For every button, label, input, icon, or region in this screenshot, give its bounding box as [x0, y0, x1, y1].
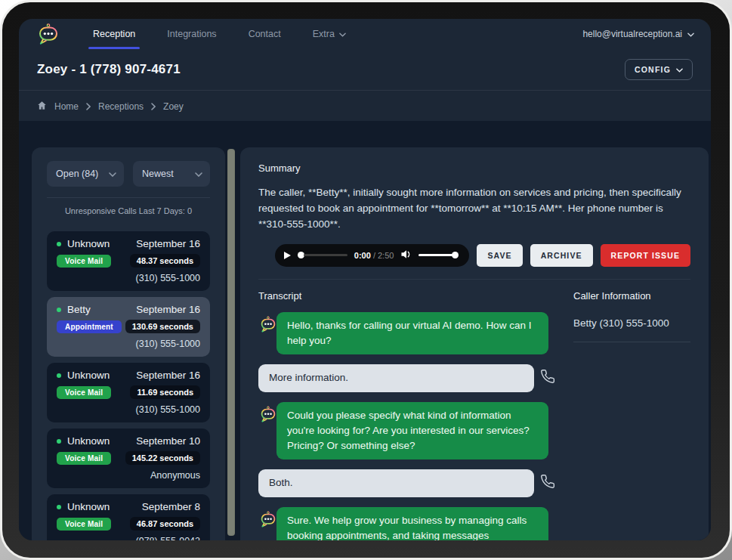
call-list-item[interactable]: Unknown September 10 Voice Mail 145.22 s…: [47, 429, 210, 488]
status-dot-icon: [57, 373, 61, 378]
config-button[interactable]: CONFIG: [625, 59, 693, 80]
breadcrumb-receptions[interactable]: Receptions: [98, 101, 144, 112]
call-caller-name: Betty: [67, 304, 91, 315]
call-type-badge: Appointment: [57, 320, 122, 333]
breadcrumb-home[interactable]: Home: [54, 101, 79, 112]
audio-progress-slider[interactable]: [298, 252, 347, 258]
transcript-column: Transcript: [258, 290, 557, 540]
call-filters: Open (84) Newest: [47, 161, 210, 187]
content-divider: [258, 279, 690, 280]
call-list-item-selected[interactable]: Betty September 16 Appointment 130.69 se…: [47, 297, 210, 357]
call-phone: (978) 555-9042: [136, 536, 200, 540]
nav-tab-reception[interactable]: Reception: [93, 19, 135, 49]
call-list-item[interactable]: Unknown September 16 Voice Mail 11.69 se…: [47, 363, 210, 422]
call-date: September 8: [142, 501, 200, 512]
chevron-right-icon: [86, 103, 91, 110]
call-duration: 46.87 seconds: [130, 517, 200, 531]
call-list-scrollbar[interactable]: [227, 149, 235, 536]
call-type-badge: Voice Mail: [57, 255, 111, 268]
summary-title: Summary: [258, 162, 690, 174]
unresponsive-calls-note: Unresponsive Calls Last 7 Days: 0: [47, 206, 210, 215]
call-phone: (310) 555-1000: [136, 404, 200, 415]
summary-text: The caller, **Betty**, initially sought …: [258, 185, 690, 233]
phone-icon: [540, 369, 557, 387]
nav-tab-label: Integrations: [167, 29, 216, 39]
call-caller-name: Unknown: [67, 370, 110, 381]
nav-tab-label: Contact: [249, 29, 281, 39]
call-type-badge: Voice Mail: [57, 518, 111, 531]
status-filter-value: Open (84): [56, 169, 98, 179]
play-icon[interactable]: [284, 252, 291, 259]
breadcrumb-zoey[interactable]: Zoey: [163, 101, 184, 112]
chevron-down-icon: [195, 169, 202, 179]
nav-tab-label: Reception: [93, 29, 135, 39]
transcript-messages: Hello, thanks for calling our virtual AI…: [258, 312, 557, 540]
report-issue-button[interactable]: REPORT ISSUE: [601, 244, 690, 267]
status-dot-icon: [57, 308, 61, 312]
call-duration: 145.22 seconds: [125, 451, 200, 465]
active-tab-underline: [88, 47, 140, 49]
bot-avatar-icon: [258, 404, 278, 427]
call-list-item[interactable]: Unknown September 8 Voice Mail 46.87 sec…: [47, 494, 210, 540]
phone-icon: [540, 474, 557, 492]
call-caller-name: Unknown: [67, 501, 110, 512]
page-title: Zoey - 1 (778) 907-4671: [37, 62, 181, 77]
transcript-title: Transcript: [258, 290, 557, 302]
top-navbar: Reception Integrations Contact Extra hel…: [19, 19, 711, 49]
caller-info-value: Betty (310) 555-1000: [573, 317, 690, 329]
nav-tab-contact[interactable]: Contact: [249, 19, 281, 49]
call-detail-panel: Summary The caller, **Betty**, initially…: [240, 147, 709, 540]
page-background: Reception Integrations Contact Extra hel…: [0, 0, 732, 560]
status-dot-icon: [57, 505, 61, 509]
call-duration: 48.37 seconds: [130, 254, 200, 268]
call-phone: (310) 555-1000: [136, 273, 200, 283]
nav-tab-integrations[interactable]: Integrations: [167, 19, 216, 49]
call-date: September 10: [136, 435, 200, 447]
status-dot-icon: [57, 439, 61, 444]
bot-message-bubble: Could you please specify what kind of in…: [276, 402, 548, 460]
call-phone: (310) 555-1000: [136, 339, 200, 349]
call-date: September 16: [136, 304, 200, 315]
speaker-icon[interactable]: [400, 249, 412, 262]
call-list-panel: Open (84) Newest Unresponsive Calls Last…: [32, 147, 225, 540]
title-bar: Zoey - 1 (778) 907-4671 CONFIG: [19, 49, 711, 91]
bot-avatar-icon: [258, 509, 278, 532]
nav-tab-extra[interactable]: Extra: [313, 19, 346, 49]
call-list: Unknown September 16 Voice Mail 48.37 se…: [47, 231, 210, 540]
archive-button[interactable]: ARCHIVE: [530, 244, 593, 267]
tablet-frame: Reception Integrations Contact Extra hel…: [0, 0, 732, 560]
nav-tabs: Reception Integrations Contact Extra: [93, 19, 346, 49]
caller-info-column: Caller Information Betty (310) 555-1000: [573, 290, 690, 540]
save-button[interactable]: SAVE: [477, 244, 522, 267]
player-actions-row: 0:00 / 2:50 SAVE ARCHIVE REPORT ISSUE: [258, 244, 690, 267]
call-phone: Anonymous: [150, 470, 200, 481]
call-list-item[interactable]: Unknown September 16 Voice Mail 48.37 se…: [47, 231, 210, 291]
caller-message-bubble: Both.: [258, 469, 534, 497]
call-caller-name: Unknown: [67, 238, 110, 249]
config-button-label: CONFIG: [635, 65, 671, 74]
main-area: Open (84) Newest Unresponsive Calls Last…: [19, 121, 711, 540]
status-dot-icon: [57, 242, 61, 246]
volume-slider[interactable]: [419, 252, 459, 258]
transcript-message-caller: More information.: [258, 364, 557, 391]
call-caller-name: Unknown: [67, 435, 110, 447]
home-icon[interactable]: [37, 101, 47, 113]
app-screen: Reception Integrations Contact Extra hel…: [19, 19, 711, 540]
call-type-badge: Voice Mail: [57, 386, 111, 399]
chevron-right-icon: [151, 103, 156, 110]
call-type-badge: Voice Mail: [57, 452, 111, 465]
transcript-columns: Transcript: [258, 290, 690, 540]
account-menu[interactable]: hello@virtualreception.ai: [582, 29, 694, 39]
call-duration: 130.69 seconds: [125, 320, 200, 333]
status-filter-select[interactable]: Open (84): [47, 161, 124, 187]
app-logo-icon[interactable]: [36, 21, 63, 47]
audio-player[interactable]: 0:00 / 2:50: [275, 244, 470, 267]
call-date: September 16: [136, 238, 200, 249]
account-email: hello@virtualreception.ai: [582, 29, 682, 39]
caller-info-title: Caller Information: [573, 290, 690, 302]
caller-info-divider: [573, 342, 690, 342]
chevron-down-icon: [687, 29, 694, 39]
sort-filter-select[interactable]: Newest: [133, 161, 210, 187]
caller-message-bubble: More information.: [258, 364, 534, 391]
bot-avatar-icon: [258, 314, 278, 337]
